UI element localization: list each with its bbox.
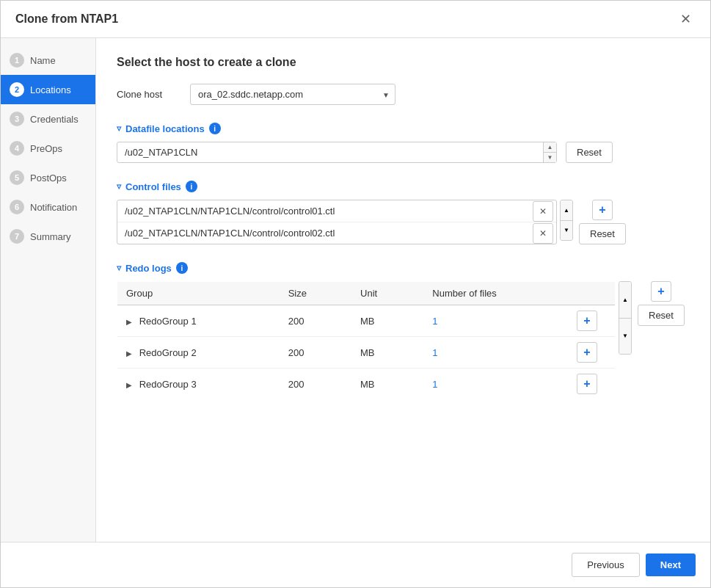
redo-add-row-1[interactable]: + — [577, 311, 597, 331]
control-files-reset-button[interactable]: Reset — [579, 223, 626, 244]
redo-scroll-down[interactable]: ▼ — [619, 319, 631, 355]
redo-group-2: ▶ RedoGroup 2 — [117, 337, 280, 369]
datafile-scroll-down[interactable]: ▼ — [544, 153, 556, 162]
clone-host-row: Clone host ora_02.sddc.netapp.com ▼ — [117, 84, 690, 105]
control-file-add-button[interactable]: + — [592, 200, 613, 220]
modal-title: Clone from NTAP1 — [15, 12, 118, 26]
control-files-info-icon[interactable]: i — [186, 181, 197, 192]
redo-add-row-3[interactable]: + — [577, 374, 597, 394]
redo-expand-1[interactable]: ▶ — [126, 318, 132, 326]
modal-body: 1 Name 2 Locations 3 Credentials 4 PreOp… — [1, 38, 710, 542]
next-button[interactable]: Next — [646, 553, 696, 576]
redo-scroll-up[interactable]: ▲ — [619, 282, 631, 319]
datafile-reset-button[interactable]: Reset — [566, 142, 613, 163]
clone-host-label: Clone host — [117, 89, 190, 100]
modal-header: Clone from NTAP1 ✕ — [1, 1, 710, 38]
control-file-delete-1[interactable]: ✕ — [533, 201, 553, 222]
redo-plus-1: + — [568, 305, 616, 337]
datafile-scroll-buttons: ▲ ▼ — [543, 142, 556, 162]
cf-scroll-wrapper: ▲ ▼ — [560, 200, 573, 241]
redo-numfiles-link-1[interactable]: 1 — [432, 316, 437, 327]
control-files-container: /u02_NTAP1CLN/NTAP1CLN/control/control01… — [117, 200, 557, 244]
redo-logs-info-icon[interactable]: i — [176, 262, 188, 274]
cf-scroll-down[interactable]: ▼ — [561, 221, 572, 241]
control-file-delete-2[interactable]: ✕ — [533, 223, 553, 244]
sidebar-item-postops[interactable]: 5 PostOps — [1, 163, 95, 192]
redo-size-1: 200 — [280, 305, 351, 337]
step-num-5: 5 — [10, 170, 24, 185]
close-button[interactable]: ✕ — [676, 10, 696, 29]
redo-side-controls: + Reset — [638, 281, 685, 326]
step-num-2: 2 — [10, 82, 24, 97]
sidebar-item-preops[interactable]: 4 PreOps — [1, 134, 95, 163]
datafile-section-header[interactable]: ▿ Datafile locations i — [117, 123, 690, 134]
sidebar-item-credentials[interactable]: 3 Credentials — [1, 104, 95, 134]
redo-logs-section-header[interactable]: ▿ Redo logs i — [117, 262, 690, 274]
modal-footer: Previous Next — [1, 542, 710, 587]
sidebar-label-preops: PreOps — [30, 143, 62, 154]
cf-scroll-up[interactable]: ▲ — [561, 200, 572, 221]
redo-unit-3: MB — [351, 369, 423, 400]
step-num-6: 6 — [10, 200, 24, 214]
content-area: Select the host to create a clone Clone … — [96, 38, 710, 542]
redo-numfiles-link-3[interactable]: 1 — [432, 379, 437, 390]
step-num-1: 1 — [10, 53, 24, 68]
control-files-section-label: Control files — [125, 181, 181, 192]
redo-expand-3[interactable]: ▶ — [126, 381, 132, 389]
control-files-area: /u02_NTAP1CLN/NTAP1CLN/control/control01… — [117, 200, 690, 244]
sidebar-label-name: Name — [30, 55, 56, 66]
redo-size-3: 200 — [280, 369, 351, 400]
redo-row-3: ▶ RedoGroup 3 200 MB 1 + — [117, 369, 616, 400]
datafile-input-wrapper: ▲ ▼ — [117, 142, 557, 163]
redo-unit-1: MB — [351, 305, 423, 337]
control-files-list: /u02_NTAP1CLN/NTAP1CLN/control/control01… — [117, 200, 557, 244]
redo-group-3: ▶ RedoGroup 3 — [117, 369, 280, 400]
redo-plus-3: + — [568, 369, 616, 400]
redo-col-unit: Unit — [351, 282, 423, 305]
control-file-item-2: /u02_NTAP1CLN/NTAP1CLN/control/control02… — [117, 222, 556, 244]
redo-expand-2[interactable]: ▶ — [126, 349, 132, 357]
redo-plus-2: + — [568, 337, 616, 369]
sidebar-item-locations[interactable]: 2 Locations — [1, 75, 95, 104]
redo-logs-table: Group Size Unit Number of files — [117, 281, 616, 400]
redo-numfiles-2: 1 — [423, 337, 568, 369]
sidebar-item-summary[interactable]: 7 Summary — [1, 222, 95, 251]
control-files-side-controls: + Reset — [579, 200, 626, 244]
control-files-section-header[interactable]: ▿ Control files i — [117, 181, 690, 192]
sidebar-label-credentials: Credentials — [30, 114, 79, 125]
redo-add-button[interactable]: + — [651, 281, 671, 302]
sidebar-item-notification[interactable]: 6 Notification — [1, 192, 95, 222]
redo-group-name-2: RedoGroup 2 — [139, 347, 197, 358]
redo-col-group: Group — [117, 282, 280, 305]
redo-size-2: 200 — [280, 337, 351, 369]
control-files-collapse-icon: ▿ — [117, 181, 121, 192]
sidebar-label-locations: Locations — [30, 84, 71, 95]
sidebar-label-notification: Notification — [30, 202, 77, 213]
redo-logs-collapse-icon: ▿ — [117, 263, 121, 273]
sidebar-item-name[interactable]: 1 Name — [1, 46, 95, 75]
page-title: Select the host to create a clone — [117, 56, 690, 69]
redo-numfiles-1: 1 — [423, 305, 568, 337]
redo-table-header-row: Group Size Unit Number of files — [117, 282, 616, 305]
datafile-collapse-icon: ▿ — [117, 123, 121, 134]
datafile-info-icon[interactable]: i — [209, 123, 221, 134]
redo-numfiles-link-2[interactable]: 1 — [432, 347, 437, 358]
redo-logs-section-label: Redo logs — [125, 263, 172, 274]
datafile-location-row: ▲ ▼ Reset — [117, 142, 690, 163]
redo-table-wrapper: Group Size Unit Number of files — [117, 281, 616, 400]
previous-button[interactable]: Previous — [572, 553, 640, 577]
clone-host-select-wrapper: ora_02.sddc.netapp.com ▼ — [190, 84, 395, 105]
control-file-text-2: /u02_NTAP1CLN/NTAP1CLN/control/control02… — [117, 222, 533, 244]
datafile-scroll-up[interactable]: ▲ — [544, 142, 556, 153]
redo-reset-button[interactable]: Reset — [638, 305, 685, 326]
step-num-4: 4 — [10, 141, 24, 156]
clone-host-select[interactable]: ora_02.sddc.netapp.com — [190, 84, 395, 105]
step-num-7: 7 — [10, 229, 24, 244]
redo-col-numfiles: Number of files — [423, 282, 568, 305]
datafile-input[interactable] — [117, 142, 543, 162]
redo-row-2: ▶ RedoGroup 2 200 MB 1 + — [117, 337, 616, 369]
redo-scroll-col: ▲ ▼ — [619, 281, 632, 355]
control-file-item-1: /u02_NTAP1CLN/NTAP1CLN/control/control01… — [117, 200, 556, 222]
control-file-text-1: /u02_NTAP1CLN/NTAP1CLN/control/control01… — [117, 200, 533, 222]
redo-add-row-2[interactable]: + — [577, 342, 597, 363]
